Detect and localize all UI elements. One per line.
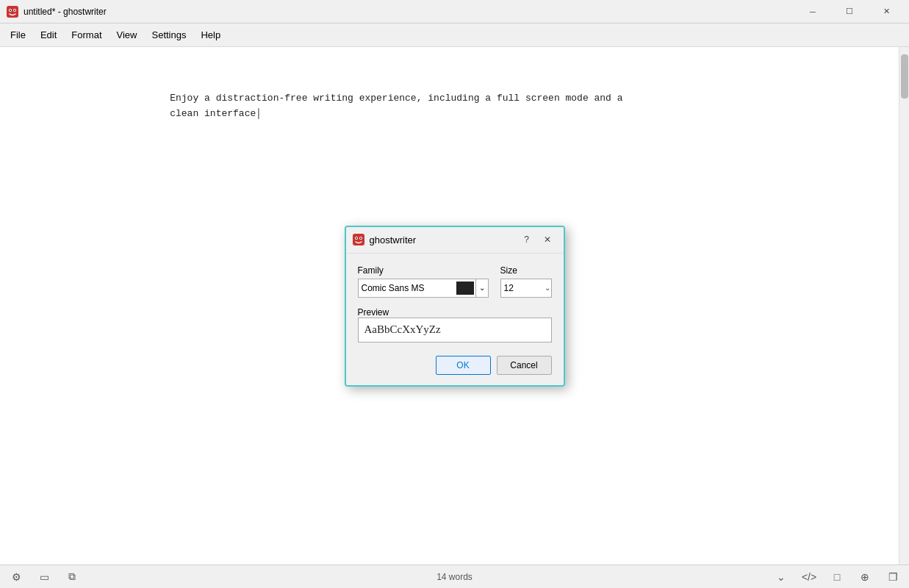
svg-point-4 xyxy=(14,10,15,11)
editor-area: Enjoy a distraction-free writing experie… xyxy=(0,47,909,564)
size-select[interactable]: 8 9 10 11 12 14 16 18 20 22 24 xyxy=(500,279,552,298)
cancel-button[interactable]: Cancel xyxy=(497,356,552,375)
preview-group: Preview AaBbCcXxYyZz xyxy=(358,306,552,343)
restore-button[interactable]: ☐ xyxy=(833,0,866,24)
window-controls: ─ ☐ ✕ xyxy=(796,0,903,24)
statusbar-left: ⚙ ▭ ⧉ xyxy=(9,570,79,584)
svg-rect-0 xyxy=(7,6,18,18)
modal-overlay: ghostwriter ? ✕ Family Comic Sans MS ⌄ xyxy=(0,47,909,564)
svg-point-3 xyxy=(10,10,11,11)
font-form-row: Family Comic Sans MS ⌄ Size 8 xyxy=(358,265,552,298)
copy-icon[interactable]: ⧉ xyxy=(65,570,79,584)
statusbar: ⚙ ▭ ⧉ 14 words ⌄ </> □ ⊕ ❐ xyxy=(0,564,909,588)
dialog-titlebar: ghostwriter ? ✕ xyxy=(346,227,564,254)
app-icon xyxy=(6,5,19,18)
svg-point-8 xyxy=(356,237,357,239)
family-label: Family xyxy=(358,265,489,276)
word-count: 14 words xyxy=(436,572,473,582)
code-icon[interactable]: </> xyxy=(802,570,816,584)
preview-text: AaBbCcXxYyZz xyxy=(364,323,441,336)
menu-help[interactable]: Help xyxy=(193,26,228,43)
menubar: File Edit Format View Settings Help xyxy=(0,24,909,47)
preview-box: AaBbCcXxYyZz xyxy=(358,318,552,343)
save-icon[interactable]: ▭ xyxy=(37,570,51,584)
menu-view[interactable]: View xyxy=(109,26,145,43)
dialog-close-button[interactable]: ✕ xyxy=(537,230,558,249)
font-dialog: ghostwriter ? ✕ Family Comic Sans MS ⌄ xyxy=(345,226,565,387)
window-title: untitled* - ghostwriter xyxy=(24,7,796,17)
menu-format[interactable]: Format xyxy=(64,26,109,43)
dialog-body: Family Comic Sans MS ⌄ Size 8 xyxy=(346,254,564,385)
minimize-button[interactable]: ─ xyxy=(796,0,830,24)
svg-point-9 xyxy=(360,237,362,239)
family-group: Family Comic Sans MS ⌄ xyxy=(358,265,489,298)
dropdown-icon[interactable]: ⌄ xyxy=(774,570,788,584)
statusbar-right: ⌄ </> □ ⊕ ❐ xyxy=(774,570,900,584)
size-label: Size xyxy=(500,265,552,276)
size-group: Size 8 9 10 11 12 14 16 18 2 xyxy=(500,265,552,298)
preview-label: Preview xyxy=(358,307,389,318)
menu-file[interactable]: File xyxy=(3,26,33,43)
add-icon[interactable]: ⊕ xyxy=(858,570,872,584)
menu-edit[interactable]: Edit xyxy=(33,26,64,43)
family-swatch xyxy=(456,282,474,295)
block-icon[interactable]: □ xyxy=(830,570,844,584)
size-select-wrapper: 8 9 10 11 12 14 16 18 20 22 24 xyxy=(500,279,552,298)
settings-icon[interactable]: ⚙ xyxy=(9,570,24,584)
dialog-buttons: OK Cancel xyxy=(358,353,552,376)
fullscreen-icon[interactable]: ❐ xyxy=(885,570,900,584)
family-select[interactable]: Comic Sans MS ⌄ xyxy=(358,279,489,298)
family-chevron-icon[interactable]: ⌄ xyxy=(475,279,488,297)
dialog-title: ghostwriter xyxy=(370,234,517,245)
svg-rect-5 xyxy=(353,234,364,245)
close-button[interactable]: ✕ xyxy=(869,0,903,24)
dialog-help-button[interactable]: ? xyxy=(517,230,537,249)
ok-button[interactable]: OK xyxy=(436,356,491,375)
family-value: Comic Sans MS xyxy=(359,283,456,293)
dialog-app-icon xyxy=(352,233,365,246)
menu-settings[interactable]: Settings xyxy=(144,26,193,43)
titlebar: untitled* - ghostwriter ─ ☐ ✕ xyxy=(0,0,909,24)
